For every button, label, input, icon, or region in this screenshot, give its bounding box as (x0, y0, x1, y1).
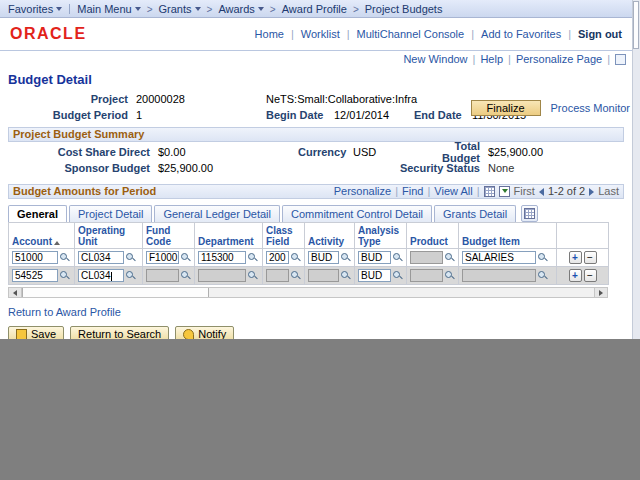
lookup-icon[interactable] (538, 271, 548, 281)
activity-input[interactable] (308, 269, 339, 282)
add-row-button[interactable]: + (569, 269, 582, 282)
process-monitor-link[interactable]: Process Monitor (551, 102, 630, 114)
breadcrumb-award-profile[interactable]: Award Profile (280, 3, 349, 15)
product-input[interactable] (410, 251, 443, 264)
notify-button[interactable]: Notify (175, 326, 234, 339)
breadcrumb-project-budgets[interactable]: Project Budgets (363, 3, 445, 15)
arrow-right-icon (599, 290, 603, 296)
operating-unit-input[interactable]: CL034 (78, 251, 124, 264)
col-header-budget-item[interactable]: Budget Item (459, 223, 557, 249)
product-input[interactable] (410, 269, 443, 282)
chevron-down-icon (195, 7, 201, 11)
lookup-icon[interactable] (393, 253, 403, 263)
breadcrumb-awards[interactable]: Awards (216, 3, 265, 15)
lookup-icon[interactable] (341, 253, 351, 263)
col-header-product[interactable]: Product (407, 223, 459, 249)
lookup-icon[interactable] (393, 271, 403, 281)
fund-code-input[interactable]: F1000 (146, 251, 179, 264)
col-header-class-field[interactable]: Class Field (263, 223, 305, 249)
pager-first[interactable]: First (514, 185, 535, 198)
personalize-link[interactable]: Personalize (334, 185, 391, 198)
lookup-icon[interactable] (445, 271, 455, 281)
tab-general[interactable]: General (8, 205, 67, 222)
main-menu[interactable]: Main Menu (75, 3, 142, 15)
lookup-icon[interactable] (181, 271, 191, 281)
breadcrumb-grants[interactable]: Grants (157, 3, 203, 15)
col-header-activity[interactable]: Activity (305, 223, 355, 249)
find-link[interactable]: Find (402, 185, 423, 198)
budget-item-input[interactable] (462, 269, 536, 282)
save-button[interactable]: Save (8, 326, 64, 339)
lookup-icon[interactable] (445, 253, 455, 263)
budget-period-value: 1 (136, 109, 266, 121)
class-field-input[interactable]: 200 (266, 251, 289, 264)
department-input[interactable] (198, 269, 246, 282)
copy-url-icon[interactable] (615, 54, 626, 65)
previous-page-icon[interactable] (539, 188, 544, 196)
col-header-fund-code[interactable]: Fund Code (143, 223, 195, 249)
delete-row-button[interactable]: − (584, 251, 597, 264)
security-status-label: Security Status (298, 162, 480, 174)
tab-general-ledger-detail[interactable]: General Ledger Detail (154, 205, 280, 222)
lookup-icon[interactable] (248, 271, 258, 281)
page-vertical-scrollbar[interactable] (632, 0, 640, 339)
help-link[interactable]: Help (480, 53, 503, 65)
lookup-icon[interactable] (341, 271, 351, 281)
worklist-link[interactable]: Worklist (301, 28, 340, 40)
lookup-icon[interactable] (126, 271, 136, 281)
lookup-icon[interactable] (181, 253, 191, 263)
scrollbar-thumb[interactable] (22, 288, 209, 297)
sign-out-link[interactable]: Sign out (578, 28, 622, 40)
lookup-icon[interactable] (538, 253, 548, 263)
new-window-link[interactable]: New Window (403, 53, 467, 65)
add-row-button[interactable]: + (569, 251, 582, 264)
favorites-menu[interactable]: Favorites (6, 3, 64, 15)
scrollbar-thumb[interactable] (633, 1, 639, 49)
zoom-grid-icon[interactable] (484, 186, 495, 197)
add-to-favorites-link[interactable]: Add to Favorites (481, 28, 561, 40)
multichannel-console-link[interactable]: MultiChannel Console (357, 28, 465, 40)
finalize-button[interactable]: Finalize (471, 100, 541, 116)
lookup-icon[interactable] (60, 253, 70, 263)
download-icon[interactable] (499, 186, 510, 197)
department-input[interactable]: 115300 (198, 251, 246, 264)
grid-horizontal-scrollbar[interactable] (8, 287, 608, 298)
analysis-type-input[interactable]: BUD (358, 269, 391, 282)
account-input[interactable]: 54525 (12, 269, 58, 282)
lookup-icon[interactable] (126, 253, 136, 263)
account-input[interactable]: 51000 (12, 251, 58, 264)
col-header-operating-unit[interactable]: Operating Unit (75, 223, 143, 249)
operating-unit-input[interactable]: CL034 (78, 269, 124, 282)
pager-last[interactable]: Last (598, 185, 619, 198)
lookup-icon[interactable] (248, 253, 258, 263)
tab-grants-detail[interactable]: Grants Detail (434, 205, 516, 222)
home-link[interactable]: Home (255, 28, 284, 40)
lookup-icon[interactable] (291, 253, 301, 263)
scroll-right-button[interactable] (594, 288, 607, 297)
next-page-icon[interactable] (589, 188, 594, 196)
budget-item-input[interactable]: SALARIES (462, 251, 536, 264)
lookup-icon[interactable] (60, 271, 70, 281)
col-header-department[interactable]: Department (195, 223, 263, 249)
fund-code-input[interactable] (146, 269, 179, 282)
lookup-icon[interactable] (291, 271, 301, 281)
delete-row-button[interactable]: − (584, 269, 597, 282)
currency-value: USD (353, 146, 423, 158)
view-all-link[interactable]: View All (434, 185, 472, 198)
scroll-left-button[interactable] (9, 288, 22, 297)
tab-commitment-control-detail[interactable]: Commitment Control Detail (282, 205, 432, 222)
analysis-type-input[interactable]: BUD (358, 251, 391, 264)
tab-project-detail[interactable]: Project Detail (69, 205, 152, 222)
show-all-columns-button[interactable] (521, 205, 538, 222)
text-cursor (111, 272, 112, 281)
return-to-search-button[interactable]: Return to Search (70, 326, 169, 339)
return-to-award-profile-link[interactable]: Return to Award Profile (8, 306, 624, 318)
class-field-input[interactable] (266, 269, 289, 282)
browser-viewport: Favorites Main Menu Grants Awards Award … (0, 0, 632, 339)
activity-input[interactable]: BUD (308, 251, 339, 264)
project-value: 20000028 (136, 93, 266, 105)
col-header-analysis-type[interactable]: Analysis Type (355, 223, 407, 249)
col-header-account[interactable]: Account (9, 223, 75, 249)
personalize-page-link[interactable]: Personalize Page (516, 53, 602, 65)
separator (477, 185, 480, 198)
